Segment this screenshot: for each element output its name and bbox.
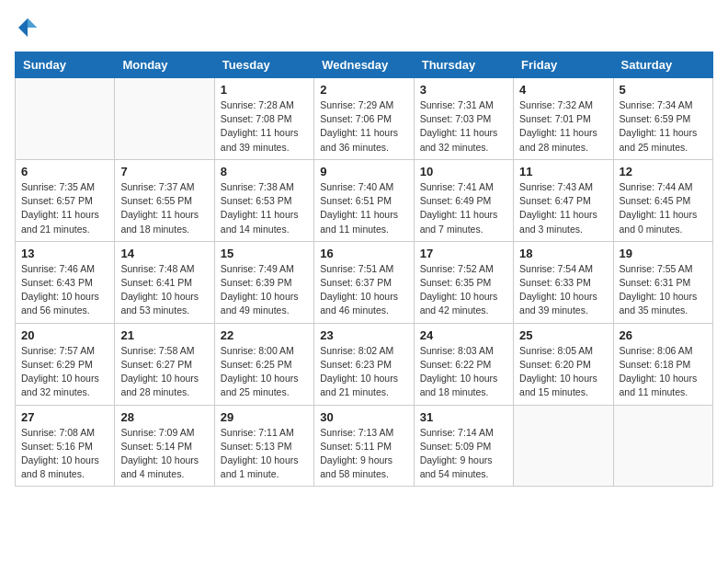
day-detail: Sunrise: 8:02 AMSunset: 6:23 PMDaylight:… xyxy=(320,344,407,400)
calendar-cell: 3Sunrise: 7:31 AMSunset: 7:03 PMDaylight… xyxy=(414,78,513,160)
day-number: 4 xyxy=(519,83,607,97)
calendar-cell: 14Sunrise: 7:48 AMSunset: 6:41 PMDayligh… xyxy=(115,241,214,323)
col-header-sunday: Sunday xyxy=(16,52,115,78)
calendar-cell: 16Sunrise: 7:51 AMSunset: 6:37 PMDayligh… xyxy=(314,241,414,323)
col-header-saturday: Saturday xyxy=(613,52,712,78)
calendar-table: SundayMondayTuesdayWednesdayThursdayFrid… xyxy=(15,52,713,487)
day-detail: Sunrise: 7:41 AMSunset: 6:49 PMDaylight:… xyxy=(420,180,507,236)
calendar-cell: 25Sunrise: 8:05 AMSunset: 6:20 PMDayligh… xyxy=(514,323,613,405)
day-detail: Sunrise: 7:29 AMSunset: 7:06 PMDaylight:… xyxy=(320,98,407,155)
day-number: 8 xyxy=(221,165,308,178)
day-detail: Sunrise: 7:48 AMSunset: 6:41 PMDaylight:… xyxy=(120,262,208,318)
week-row-2: 6Sunrise: 7:35 AMSunset: 6:57 PMDaylight… xyxy=(16,159,713,241)
day-number: 23 xyxy=(320,328,407,342)
day-detail: Sunrise: 7:34 AMSunset: 6:59 PMDaylight:… xyxy=(620,98,707,155)
week-row-3: 13Sunrise: 7:46 AMSunset: 6:43 PMDayligh… xyxy=(16,241,713,323)
day-detail: Sunrise: 7:08 AMSunset: 5:16 PMDaylight:… xyxy=(21,426,108,482)
day-detail: Sunrise: 7:43 AMSunset: 6:47 PMDaylight:… xyxy=(519,180,607,236)
day-number: 15 xyxy=(221,247,308,260)
day-number: 11 xyxy=(519,165,607,178)
calendar-cell: 9Sunrise: 7:40 AMSunset: 6:51 PMDaylight… xyxy=(314,159,414,241)
calendar-cell: 20Sunrise: 7:57 AMSunset: 6:29 PMDayligh… xyxy=(16,323,115,405)
day-number: 21 xyxy=(120,328,208,342)
day-detail: Sunrise: 8:05 AMSunset: 6:20 PMDaylight:… xyxy=(519,344,607,400)
calendar-cell: 6Sunrise: 7:35 AMSunset: 6:57 PMDaylight… xyxy=(16,159,115,241)
calendar-cell: 28Sunrise: 7:09 AMSunset: 5:14 PMDayligh… xyxy=(115,405,214,487)
day-detail: Sunrise: 7:35 AMSunset: 6:57 PMDaylight:… xyxy=(21,180,108,236)
day-number: 27 xyxy=(21,410,108,424)
calendar-cell: 27Sunrise: 7:08 AMSunset: 5:16 PMDayligh… xyxy=(16,405,115,487)
calendar-cell xyxy=(16,78,115,160)
day-number: 6 xyxy=(21,165,108,178)
day-detail: Sunrise: 8:03 AMSunset: 6:22 PMDaylight:… xyxy=(420,344,507,400)
day-detail: Sunrise: 7:52 AMSunset: 6:35 PMDaylight:… xyxy=(420,262,507,318)
calendar-cell: 23Sunrise: 8:02 AMSunset: 6:23 PMDayligh… xyxy=(314,323,414,405)
calendar-cell: 26Sunrise: 8:06 AMSunset: 6:18 PMDayligh… xyxy=(613,323,712,405)
day-number: 13 xyxy=(21,247,108,260)
day-detail: Sunrise: 7:55 AMSunset: 6:31 PMDaylight:… xyxy=(620,262,707,318)
day-detail: Sunrise: 7:49 AMSunset: 6:39 PMDaylight:… xyxy=(221,262,308,318)
day-number: 16 xyxy=(320,247,407,260)
day-detail: Sunrise: 7:32 AMSunset: 7:01 PMDaylight:… xyxy=(519,98,607,155)
calendar-cell: 5Sunrise: 7:34 AMSunset: 6:59 PMDaylight… xyxy=(613,78,712,160)
day-number: 25 xyxy=(519,328,607,342)
day-number: 9 xyxy=(320,165,407,178)
day-number: 3 xyxy=(420,83,507,97)
day-detail: Sunrise: 7:11 AMSunset: 5:13 PMDaylight:… xyxy=(221,426,308,482)
calendar-cell: 8Sunrise: 7:38 AMSunset: 6:53 PMDaylight… xyxy=(214,159,313,241)
page-header xyxy=(15,15,713,40)
calendar-header-row: SundayMondayTuesdayWednesdayThursdayFrid… xyxy=(16,52,713,78)
svg-marker-1 xyxy=(28,18,37,28)
calendar-cell: 15Sunrise: 7:49 AMSunset: 6:39 PMDayligh… xyxy=(214,241,313,323)
day-detail: Sunrise: 7:14 AMSunset: 5:09 PMDaylight:… xyxy=(420,426,507,482)
day-number: 14 xyxy=(120,247,208,260)
day-detail: Sunrise: 7:54 AMSunset: 6:33 PMDaylight:… xyxy=(519,262,607,318)
calendar-cell: 11Sunrise: 7:43 AMSunset: 6:47 PMDayligh… xyxy=(514,159,613,241)
day-number: 24 xyxy=(420,328,507,342)
calendar-cell: 19Sunrise: 7:55 AMSunset: 6:31 PMDayligh… xyxy=(613,241,712,323)
day-number: 12 xyxy=(620,165,707,178)
day-detail: Sunrise: 7:28 AMSunset: 7:08 PMDaylight:… xyxy=(221,98,308,155)
calendar-cell: 12Sunrise: 7:44 AMSunset: 6:45 PMDayligh… xyxy=(613,159,712,241)
day-number: 20 xyxy=(21,328,108,342)
week-row-5: 27Sunrise: 7:08 AMSunset: 5:16 PMDayligh… xyxy=(16,405,713,487)
day-detail: Sunrise: 7:57 AMSunset: 6:29 PMDaylight:… xyxy=(21,344,108,400)
calendar-cell: 7Sunrise: 7:37 AMSunset: 6:55 PMDaylight… xyxy=(115,159,214,241)
day-detail: Sunrise: 7:09 AMSunset: 5:14 PMDaylight:… xyxy=(120,426,208,482)
day-number: 18 xyxy=(519,247,607,260)
day-number: 31 xyxy=(420,410,507,424)
day-detail: Sunrise: 7:58 AMSunset: 6:27 PMDaylight:… xyxy=(120,344,208,400)
col-header-wednesday: Wednesday xyxy=(314,52,414,78)
calendar-cell: 18Sunrise: 7:54 AMSunset: 6:33 PMDayligh… xyxy=(514,241,613,323)
calendar-cell: 29Sunrise: 7:11 AMSunset: 5:13 PMDayligh… xyxy=(214,405,313,487)
calendar-cell: 24Sunrise: 8:03 AMSunset: 6:22 PMDayligh… xyxy=(414,323,513,405)
calendar-cell: 30Sunrise: 7:13 AMSunset: 5:11 PMDayligh… xyxy=(314,405,414,487)
week-row-4: 20Sunrise: 7:57 AMSunset: 6:29 PMDayligh… xyxy=(16,323,713,405)
calendar-cell: 13Sunrise: 7:46 AMSunset: 6:43 PMDayligh… xyxy=(16,241,115,323)
day-number: 7 xyxy=(120,165,208,178)
calendar-cell: 2Sunrise: 7:29 AMSunset: 7:06 PMDaylight… xyxy=(314,78,414,160)
day-detail: Sunrise: 8:06 AMSunset: 6:18 PMDaylight:… xyxy=(620,344,707,400)
day-detail: Sunrise: 8:00 AMSunset: 6:25 PMDaylight:… xyxy=(221,344,308,400)
day-detail: Sunrise: 7:13 AMSunset: 5:11 PMDaylight:… xyxy=(320,426,407,482)
day-number: 2 xyxy=(320,83,407,97)
calendar-cell: 10Sunrise: 7:41 AMSunset: 6:49 PMDayligh… xyxy=(414,159,513,241)
day-number: 30 xyxy=(320,410,407,424)
calendar-cell xyxy=(115,78,214,160)
calendar-cell: 21Sunrise: 7:58 AMSunset: 6:27 PMDayligh… xyxy=(115,323,214,405)
day-detail: Sunrise: 7:44 AMSunset: 6:45 PMDaylight:… xyxy=(620,180,707,236)
day-detail: Sunrise: 7:31 AMSunset: 7:03 PMDaylight:… xyxy=(420,98,507,155)
day-detail: Sunrise: 7:40 AMSunset: 6:51 PMDaylight:… xyxy=(320,180,407,236)
week-row-1: 1Sunrise: 7:28 AMSunset: 7:08 PMDaylight… xyxy=(16,78,713,160)
col-header-monday: Monday xyxy=(115,52,214,78)
col-header-tuesday: Tuesday xyxy=(214,52,313,78)
calendar-cell: 31Sunrise: 7:14 AMSunset: 5:09 PMDayligh… xyxy=(414,405,513,487)
day-number: 22 xyxy=(221,328,308,342)
logo-icon xyxy=(15,15,40,40)
day-number: 17 xyxy=(420,247,507,260)
day-number: 29 xyxy=(221,410,308,424)
calendar-cell: 4Sunrise: 7:32 AMSunset: 7:01 PMDaylight… xyxy=(514,78,613,160)
col-header-thursday: Thursday xyxy=(414,52,513,78)
col-header-friday: Friday xyxy=(514,52,613,78)
day-detail: Sunrise: 7:46 AMSunset: 6:43 PMDaylight:… xyxy=(21,262,108,318)
